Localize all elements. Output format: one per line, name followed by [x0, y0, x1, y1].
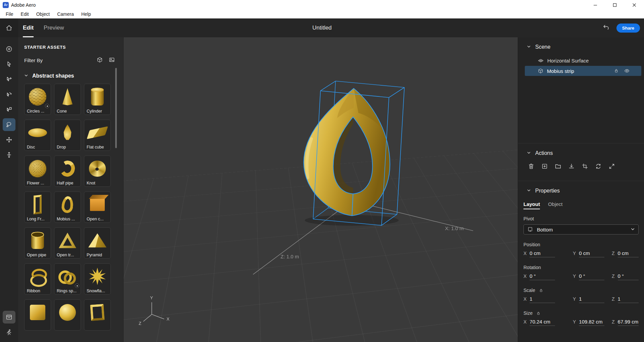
asset-label: Drop	[57, 145, 66, 149]
gizmo-y-label: Y	[150, 295, 153, 300]
orientation-gizmo	[143, 302, 164, 322]
properties-section-header[interactable]: Properties	[518, 181, 644, 196]
maximize-button[interactable]	[605, 0, 625, 10]
scale-z-field[interactable]: Z 1	[612, 296, 644, 303]
asset-tile-long-frame[interactable]: Long Fr...	[24, 191, 51, 223]
scale-y-field[interactable]: Y 1	[573, 296, 612, 303]
rotation-y-field[interactable]: Y 0 °	[573, 273, 612, 280]
scene-item-horizontal-surface[interactable]: Horizontal Surface	[525, 55, 641, 66]
pivot-dropdown[interactable]: Bottom	[523, 224, 639, 234]
menu-bar: File Edit Object Camera Help	[0, 10, 644, 18]
asset-tile-open-pipe[interactable]: Open pipe	[24, 227, 51, 259]
scale-tool[interactable]	[3, 103, 15, 116]
asset-tile-flower[interactable]: Flower ...	[24, 156, 51, 187]
plus-circle-icon	[5, 45, 13, 53]
undo-button[interactable]	[602, 24, 610, 32]
actions-section-header[interactable]: Actions	[518, 143, 644, 158]
duplicate-button[interactable]	[541, 162, 548, 170]
menu-file[interactable]: File	[2, 11, 17, 17]
home-button[interactable]	[0, 18, 18, 37]
asset-tile-rings[interactable]: Rings sp...	[54, 263, 81, 295]
position-z-field[interactable]: Z 0 cm	[612, 250, 644, 257]
expand-button[interactable]	[608, 162, 615, 170]
asset-tile-frame[interactable]	[84, 299, 111, 331]
scene-item-mobius-strip[interactable]: Mobius strip	[525, 66, 641, 76]
behaviors-tool[interactable]	[3, 326, 15, 339]
close-button[interactable]	[625, 0, 644, 10]
asset-thumbnail	[26, 193, 49, 216]
asset-thumbnail	[86, 301, 109, 324]
gizmo-x-label: X	[167, 316, 170, 322]
share-button[interactable]: Share	[616, 24, 640, 33]
expand-arrows-icon	[608, 163, 615, 170]
trash-icon	[527, 163, 535, 170]
asset-label: Flower ...	[27, 181, 44, 185]
assets-scrollbar[interactable]	[115, 68, 117, 148]
scene-section-header[interactable]: Scene	[518, 37, 644, 52]
visibility-eye-icon[interactable]	[624, 68, 630, 74]
group-folder-button[interactable]	[554, 162, 562, 170]
rotation-x-field[interactable]: X 0 °	[523, 273, 573, 280]
asset-tile-cone[interactable]: Cone	[54, 84, 81, 115]
asset-tile-open-cube[interactable]: Open c...	[84, 191, 111, 223]
select-tool[interactable]	[3, 58, 15, 71]
assets-panel-toggle[interactable]	[3, 311, 15, 324]
scale-cursor-icon	[5, 106, 13, 113]
asset-label: Open tr...	[57, 253, 74, 257]
menu-help[interactable]: Help	[78, 11, 95, 17]
rotation-z-field[interactable]: Z 0 °	[612, 273, 644, 280]
tab-layout[interactable]: Layout	[523, 201, 540, 209]
asset-tile-knot[interactable]: Knot	[84, 156, 111, 187]
asset-tile-mobius[interactable]: Mobius ...	[54, 191, 81, 223]
add-box-icon	[541, 163, 548, 170]
menu-edit[interactable]: Edit	[17, 11, 33, 17]
asset-tile-flat-cube[interactable]: Flat cube	[84, 120, 111, 151]
delete-button[interactable]	[527, 162, 535, 170]
minimize-button[interactable]	[586, 0, 605, 10]
viewport-canvas[interactable]: X: 1.0 m Z: 1.0 m	[124, 37, 518, 342]
asset-tile-half-pipe[interactable]: Half pipe	[54, 156, 81, 187]
lock-icon[interactable]	[613, 68, 619, 74]
tab-preview-mode[interactable]: Preview	[44, 18, 64, 37]
position-x-field[interactable]: X 0 cm	[523, 250, 573, 257]
rotation-group: Rotation X 0 ° Y 0 ° Z 0 °	[518, 257, 644, 280]
lasso-select-tool[interactable]	[3, 118, 15, 131]
asset-tile-ribbon[interactable]: Ribbon	[24, 263, 51, 295]
size-y-field[interactable]: Y 109.82 cm	[573, 319, 612, 326]
tab-edit-mode[interactable]: Edit	[23, 18, 34, 37]
tab-object[interactable]: Object	[548, 201, 562, 209]
asset-tile-sphere[interactable]	[54, 299, 81, 331]
asset-thumbnail	[86, 121, 109, 144]
scale-label: Scale	[523, 288, 535, 293]
asset-tile-cylinder[interactable]: Cylinder	[84, 84, 111, 115]
frame-button[interactable]	[581, 162, 589, 170]
asset-tile-cube[interactable]	[24, 299, 51, 331]
asset-tile-circles[interactable]: Circles ...	[24, 84, 51, 115]
pan-tool[interactable]	[3, 133, 15, 146]
lock-icon[interactable]	[536, 311, 541, 316]
left-tool-rail	[0, 37, 18, 342]
elevation-tool[interactable]	[3, 148, 15, 161]
position-y-field[interactable]: Y 0 cm	[573, 250, 612, 257]
export-button[interactable]	[567, 162, 575, 170]
rotate-tool[interactable]	[3, 88, 15, 101]
replace-button[interactable]	[594, 162, 602, 170]
abstract-shapes-section-header[interactable]: Abstract shapes	[18, 66, 123, 84]
menu-camera[interactable]: Camera	[53, 11, 78, 17]
scale-x-field[interactable]: X 1	[523, 296, 573, 303]
mobius-strip-object[interactable]	[304, 88, 390, 216]
asset-tile-drop[interactable]: Drop	[54, 120, 81, 151]
asset-tile-snowflake[interactable]: Snowfla...	[84, 263, 111, 295]
asset-tile-open-triangle[interactable]: Open tr...	[54, 227, 81, 259]
size-x-field[interactable]: X 70.24 cm	[523, 319, 573, 326]
filter-3d-button[interactable]	[96, 56, 103, 64]
asset-tile-disc[interactable]: Disc	[24, 120, 51, 151]
filter-by-label: Filter By	[24, 57, 43, 63]
filter-image-button[interactable]	[108, 56, 115, 64]
menu-object[interactable]: Object	[33, 11, 53, 17]
move-tool[interactable]	[3, 73, 15, 86]
add-asset-button[interactable]	[3, 43, 15, 55]
export-download-icon	[568, 163, 575, 170]
lock-icon[interactable]	[539, 288, 544, 293]
asset-tile-pyramid[interactable]: Pyramid	[84, 227, 111, 259]
